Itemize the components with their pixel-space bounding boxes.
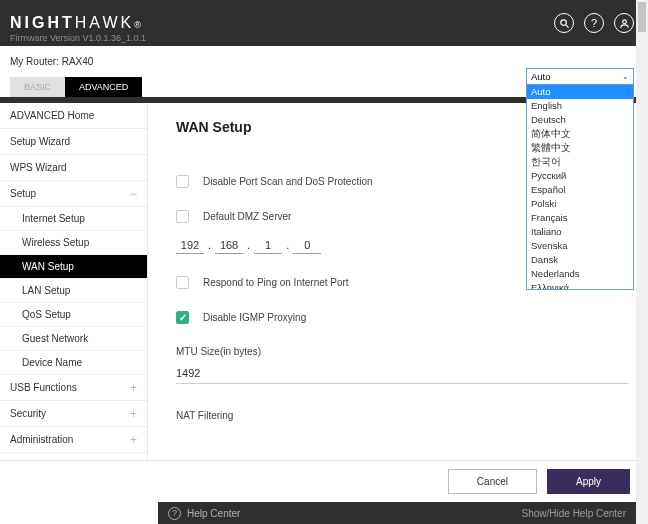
svg-line-1	[565, 24, 568, 27]
user-icon[interactable]	[614, 13, 634, 33]
sidebar-item-device-name[interactable]: Device Name	[0, 351, 147, 375]
page-scrollbar[interactable]	[636, 0, 648, 524]
cancel-button[interactable]: Cancel	[448, 469, 537, 494]
language-option[interactable]: Español	[527, 183, 633, 197]
language-option[interactable]: Svenska	[527, 239, 633, 253]
language-option[interactable]: 한국어	[527, 155, 633, 169]
language-option[interactable]: Polski	[527, 197, 633, 211]
svg-point-2	[622, 19, 626, 23]
checkbox-disable-portscan[interactable]	[176, 175, 189, 188]
language-option[interactable]: 简体中文	[527, 127, 633, 141]
sidebar-item-lan-setup[interactable]: LAN Setup	[0, 279, 147, 303]
language-option[interactable]: English	[527, 99, 633, 113]
language-option[interactable]: Italiano	[527, 225, 633, 239]
label-mtu: MTU Size(in bytes)	[176, 346, 628, 357]
checkbox-default-dmz[interactable]	[176, 210, 189, 223]
language-option[interactable]: Dansk	[527, 253, 633, 267]
help-center-label: Help Center	[187, 508, 240, 519]
language-option[interactable]: Français	[527, 211, 633, 225]
ip-octet-3[interactable]	[254, 237, 282, 254]
expand-icon: +	[130, 435, 137, 445]
svg-point-0	[560, 19, 566, 25]
footer-actions: Cancel Apply	[0, 460, 648, 502]
help-icon[interactable]: ?	[584, 13, 604, 33]
sidebar-item-administration[interactable]: Administration+	[0, 427, 147, 453]
sidebar-item-internet-setup[interactable]: Internet Setup	[0, 207, 147, 231]
language-option[interactable]: Русский	[527, 169, 633, 183]
help-toggle-label: Show/Hide Help Center	[522, 508, 627, 519]
apply-button[interactable]: Apply	[547, 469, 630, 494]
collapse-icon: −	[130, 189, 137, 199]
chevron-down-icon: ⌄	[622, 72, 629, 81]
tab-advanced[interactable]: ADVANCED	[65, 77, 142, 97]
language-option[interactable]: Deutsch	[527, 113, 633, 127]
ip-octet-4[interactable]	[293, 237, 321, 254]
brand-logo: NIGHTHAWK®	[10, 14, 144, 32]
sidebar-item-usb-functions[interactable]: USB Functions+	[0, 375, 147, 401]
sidebar-item-qos-setup[interactable]: QoS Setup	[0, 303, 147, 327]
ip-octet-1[interactable]	[176, 237, 204, 254]
label-default-dmz: Default DMZ Server	[203, 211, 291, 222]
sidebar-item-advanced-home[interactable]: ADVANCED Home	[0, 103, 147, 129]
label-disable-igmp: Disable IGMP Proxying	[203, 312, 306, 323]
tab-basic[interactable]: BASIC	[10, 77, 65, 97]
label-nat-filtering: NAT Filtering	[176, 410, 628, 421]
top-bar: NIGHTHAWK® Firmware Version V1.0.1.36_1.…	[0, 0, 648, 46]
sidebar-item-setup[interactable]: Setup−	[0, 181, 147, 207]
checkbox-disable-igmp[interactable]	[176, 311, 189, 324]
sidebar-item-security[interactable]: Security+	[0, 401, 147, 427]
language-option[interactable]: Nederlands	[527, 267, 633, 281]
checkbox-respond-ping[interactable]	[176, 276, 189, 289]
search-icon[interactable]	[554, 13, 574, 33]
expand-icon: +	[130, 409, 137, 419]
help-center-bar[interactable]: ?Help Center Show/Hide Help Center	[158, 502, 636, 524]
mtu-value[interactable]: 1492	[176, 367, 628, 384]
my-router-label: My Router: RAX40	[10, 56, 638, 67]
language-option-list[interactable]: AutoEnglishDeutsch简体中文繁體中文한국어РусскийEspa…	[527, 85, 633, 289]
sidebar-item-setup-wizard[interactable]: Setup Wizard	[0, 129, 147, 155]
sidebar-item-wan-setup[interactable]: WAN Setup	[0, 255, 147, 279]
language-option[interactable]: Ελληνικά	[527, 281, 633, 289]
language-option[interactable]: 繁體中文	[527, 141, 633, 155]
sidebar-item-wireless-setup[interactable]: Wireless Setup	[0, 231, 147, 255]
label-respond-ping: Respond to Ping on Internet Port	[203, 277, 349, 288]
expand-icon: +	[130, 383, 137, 393]
language-option[interactable]: Auto	[527, 85, 633, 99]
firmware-version: Firmware Version V1.0.1.36_1.0.1	[10, 33, 146, 43]
sidebar-item-wps-wizard[interactable]: WPS Wizard	[0, 155, 147, 181]
sidebar-item-guest-network[interactable]: Guest Network	[0, 327, 147, 351]
sidebar: ADVANCED Home Setup Wizard WPS Wizard Se…	[0, 103, 148, 483]
language-selected[interactable]: Auto⌄	[527, 69, 633, 85]
help-center-icon: ?	[168, 507, 181, 520]
label-disable-portscan: Disable Port Scan and DoS Protection	[203, 176, 373, 187]
ip-octet-2[interactable]	[215, 237, 243, 254]
language-dropdown[interactable]: Auto⌄ AutoEnglishDeutsch简体中文繁體中文한국어Русск…	[526, 68, 634, 290]
